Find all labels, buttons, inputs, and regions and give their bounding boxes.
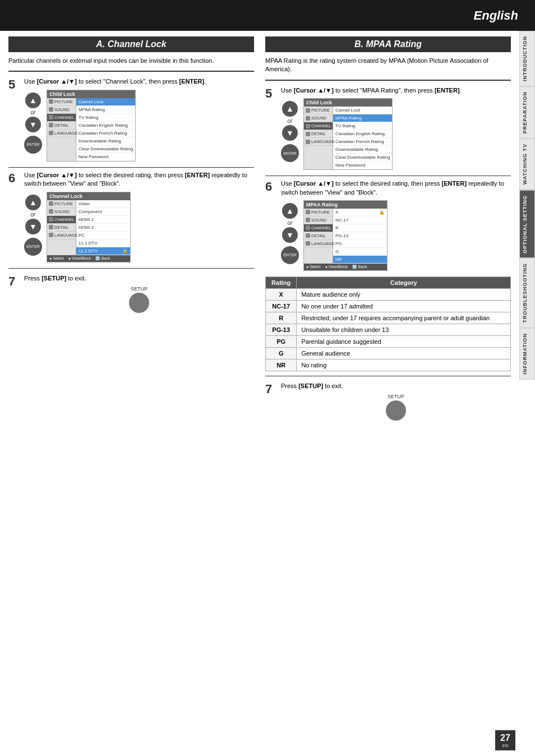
setup-label-b: SETUP <box>388 394 404 399</box>
menu-b6-left: PICTURE SOUND CHANNEL DETAIL LANGUAGE <box>304 209 333 264</box>
tab-optional-setting[interactable]: OPTIONAL SETTING <box>519 190 535 259</box>
step-a7: 7 Press [SETUP] to exit. SETUP <box>8 274 254 313</box>
menu-item-newpw: New Password <box>76 153 135 161</box>
menu-b5-left-language: LANGUAGE <box>304 138 333 146</box>
menu-item-clear-dl: Clear Downloadable Rating <box>76 145 135 153</box>
step-b7: 7 Press [SETUP] to exit. SETUP <box>265 382 511 421</box>
step-a7-content: Press [SETUP] to exit. SETUP <box>24 274 254 313</box>
tab-information[interactable]: INFORMATION <box>519 328 535 380</box>
remote-b6: ▲ or ▼ ENTER <box>281 203 299 264</box>
menu-item-cannel-lock: Cannel Lock <box>76 98 135 106</box>
divider-b <box>265 80 511 81</box>
menu-a6-dtv2: 11.2 DTV 🔒 <box>76 247 130 255</box>
menu-b6-g: G <box>333 248 387 256</box>
rating-nr: NR <box>266 359 297 371</box>
step-b5: 5 Use [Cursor ▲/▼] to select "MPAA Ratin… <box>265 86 511 170</box>
menu-a6-title: Channel Lock <box>47 192 130 200</box>
menu-b6-bottom: ● Select ● View/Block 🔙 Back <box>304 264 387 270</box>
tab-preparation[interactable]: PREPARATION <box>519 86 535 139</box>
enter-btn-a6: ENTER <box>24 238 42 256</box>
menu-b6-right: X 🔒 NC-17 R PG-13 PG G NR <box>333 209 387 264</box>
arrow-down-b6: ▼ <box>282 227 298 243</box>
menu-b6-body: PICTURE SOUND CHANNEL DETAIL LANGUAGE X … <box>304 209 387 264</box>
col-divider-b67 <box>265 376 511 376</box>
menu-b6-pg13: PG-13 <box>333 232 387 240</box>
category-nr: No rating <box>297 359 511 371</box>
menu-a6-hdmi1: HDMI 1 <box>76 216 130 224</box>
category-r: Restricted; under 17 requires accompanyi… <box>297 312 511 324</box>
rating-nc17: NC-17 <box>266 300 297 312</box>
menu-a5-title: Child Lock <box>47 90 135 98</box>
menu-b6-select: ● Select <box>306 265 321 269</box>
menu-item-can-eng: Canadian English Rating <box>76 122 135 130</box>
remote-a6: ▲ or ▼ ENTER <box>24 195 42 256</box>
category-x: Mature audience only <box>297 288 511 300</box>
section-a-desc: Particular channels or external input mo… <box>8 57 254 65</box>
menu-left-picture: PICTURE <box>47 98 76 106</box>
col-divider-b56 <box>265 176 511 176</box>
menu-b5-cannel: Cannel Lock <box>333 107 392 114</box>
top-bar: English <box>0 0 535 31</box>
menu-b6-left-channel: CHANNEL <box>304 224 333 232</box>
channel-lock-section: A. Channel Lock Particular channels or e… <box>8 36 254 421</box>
section-b-desc: MPAA Rating is the rating system created… <box>265 57 511 74</box>
menu-a5: Child Lock PICTURE SOUND CHANNEL DETAIL … <box>47 90 136 162</box>
step-b5-number: 5 <box>265 86 276 170</box>
menu-b5-dl: Downloadable Rating <box>333 146 392 154</box>
step-a7-number: 7 <box>8 274 20 289</box>
remote-b5: ▲ or ▼ ENTER <box>281 101 299 162</box>
menu-b5-left-picture: PICTURE <box>304 107 333 114</box>
menu-a6-viewblock: ● View/Block <box>68 256 91 261</box>
step-b7-text: Press [SETUP] to exit. <box>281 382 511 390</box>
step-b6-illustration: ▲ or ▼ ENTER MPAA Rating PICTURE SOUND <box>281 200 511 271</box>
menu-b6-viewblock: ● View/Block <box>325 265 348 269</box>
setup-btn-a: SETUP <box>24 286 254 313</box>
step-a6-content: Use [Cursor ▲/▼] to select the desired r… <box>24 171 254 262</box>
step-b5-text: Use [Cursor ▲/▼] to select "MPAA Rating"… <box>281 86 511 95</box>
step-a7-text: Press [SETUP] to exit. <box>24 274 254 283</box>
rating-table-header-rating: Rating <box>266 276 297 288</box>
table-row: NR No rating <box>266 359 511 371</box>
menu-a6-pc: PC <box>76 232 130 239</box>
menu-a6-dtv1: 11.1 DTV <box>76 239 130 247</box>
menu-a6-back: 🔙 Back <box>95 256 110 261</box>
tab-troubleshooting[interactable]: TROUBLESHOOTING <box>519 258 535 328</box>
step-a5: 5 Use [Cursor ▲/▼] to select "Channel Lo… <box>8 77 254 161</box>
step-a6: 6 Use [Cursor ▲/▼] to select the desired… <box>8 171 254 262</box>
enter-btn-b5: ENTER <box>281 144 299 162</box>
table-row: PG Parental guidance suggested <box>266 335 511 347</box>
rating-r: R <box>266 312 297 324</box>
or-a5: or <box>31 109 36 116</box>
menu-b5-can-eng: Canadian English Rating <box>333 130 392 138</box>
menu-b5-mpaa: MPAA Rating <box>333 114 392 122</box>
or-b5: or <box>288 118 293 124</box>
menu-b6-left-picture: PICTURE <box>304 209 333 216</box>
step-b7-number: 7 <box>265 382 276 397</box>
menu-b6-nr: NR <box>333 256 387 264</box>
step-b6-content: Use [Cursor ▲/▼] to select the desired r… <box>281 179 511 271</box>
menu-b5-left-sound: SOUND <box>304 114 333 122</box>
col-divider-a56 <box>8 167 254 168</box>
step-b5-content: Use [Cursor ▲/▼] to select "MPAA Rating"… <box>281 86 511 170</box>
tab-introduction[interactable]: INTRODUCTION <box>519 31 535 86</box>
enter-btn-a5: ENTER <box>24 136 42 154</box>
language-label: English <box>474 8 518 23</box>
menu-left-language: LANGUAGE <box>47 130 76 137</box>
divider-a <box>8 71 254 72</box>
menu-item-tv: TV Rating <box>76 114 135 122</box>
step-b6: 6 Use [Cursor ▲/▼] to select the desired… <box>265 179 511 271</box>
or-a6: or <box>31 211 36 218</box>
menu-a6-left-picture: PICTURE <box>47 200 76 208</box>
menu-left-detail: DETAIL <box>47 122 76 130</box>
menu-a6-right: Video Component HDMI 1 HDMI 2 PC 11.1 DT… <box>76 200 130 255</box>
section-b-title: B. MPAA Rating <box>265 36 511 52</box>
step-b6-number: 6 <box>265 179 276 271</box>
side-tabs: INTRODUCTION PREPARATION WATCHING TV OPT… <box>519 31 535 380</box>
tab-watching-tv[interactable]: WATCHING TV <box>519 139 535 190</box>
menu-left-channel: CHANNEL <box>47 114 76 122</box>
menu-b6-r: R <box>333 224 387 232</box>
step-b6-text: Use [Cursor ▲/▼] to select the desired r… <box>281 179 511 197</box>
category-pg: Parental guidance suggested <box>297 335 511 347</box>
setup-label-a: SETUP <box>131 286 147 292</box>
menu-b5-left-channel: CHANNEL <box>304 122 333 130</box>
